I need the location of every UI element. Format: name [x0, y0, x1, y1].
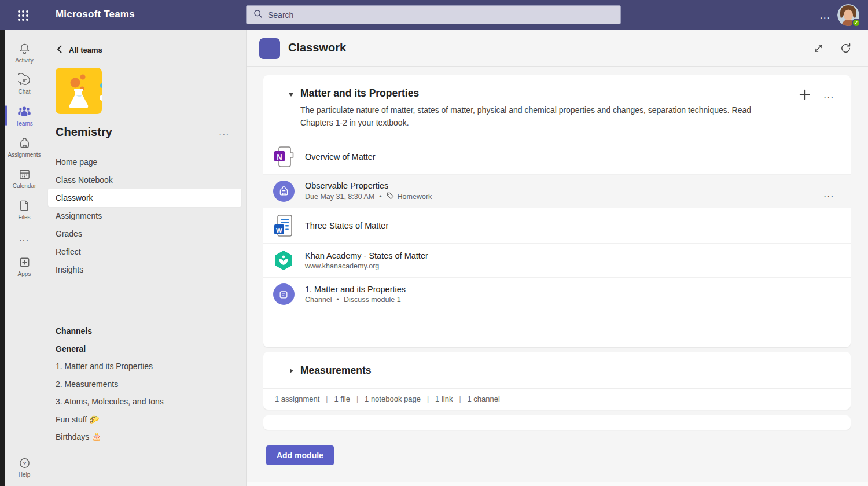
- presence-available-badge: ✓: [852, 19, 860, 27]
- menu-item-reflect[interactable]: Reflect: [48, 242, 241, 260]
- menu-item-grades[interactable]: Grades: [48, 224, 241, 242]
- rail-item-label: Chat: [18, 89, 30, 95]
- rail-item-calendar[interactable]: Calendar: [5, 163, 43, 194]
- menu-item-insights[interactable]: Insights: [48, 260, 241, 278]
- expand-icon[interactable]: [812, 42, 825, 57]
- menu-item-home-page[interactable]: Home page: [48, 153, 241, 171]
- stat-files: 1 file: [319, 395, 350, 403]
- classwork-item-overview-of-matter[interactable]: N Overview of Matter: [263, 139, 851, 174]
- collapse-caret-icon[interactable]: [289, 93, 293, 97]
- item-title: Three States of Matter: [305, 221, 388, 230]
- channel-fun-stuff[interactable]: Fun stuff 🌮: [43, 411, 246, 429]
- rail-item-activity[interactable]: Activity: [5, 37, 43, 68]
- sidebar-divider: [56, 285, 234, 285]
- classwork-header: Classwork: [247, 30, 868, 67]
- classwork-content: Matter and its Properties The particulat…: [247, 67, 868, 486]
- module-title[interactable]: Matter and its Properties: [300, 87, 419, 99]
- stat-assignments: 1 assignment: [275, 395, 319, 403]
- window-edge-strip: [0, 30, 5, 486]
- rail-item-label: Calendar: [13, 183, 36, 189]
- item-tag-label: Homework: [398, 193, 432, 201]
- item-link-url: www.khanacademy.org: [305, 262, 379, 270]
- channel-general[interactable]: General: [43, 340, 246, 358]
- rail-item-assignments[interactable]: Assignments: [5, 131, 43, 163]
- rail-item-help[interactable]: ? Help: [5, 451, 43, 483]
- stat-channels: 1 channel: [453, 395, 500, 403]
- rail-more-icon[interactable]: ...: [19, 225, 30, 251]
- svg-text:N: N: [277, 153, 282, 161]
- search-icon: [253, 9, 263, 21]
- help-icon: ?: [18, 456, 31, 470]
- main-panel: Classwork Matter and its Properties The …: [247, 30, 868, 486]
- team-name: Chemistry: [56, 126, 112, 139]
- add-module-button[interactable]: Add module: [266, 446, 334, 465]
- classwork-tab-icon: [259, 38, 280, 59]
- team-sidebar: All teams Chemistry ... Home page Class …: [43, 30, 247, 486]
- menu-item-class-notebook[interactable]: Class Notebook: [48, 171, 241, 189]
- app-launcher-waffle-icon[interactable]: [17, 9, 30, 22]
- classwork-item-three-states-of-matter[interactable]: W Three States of Matter: [263, 208, 851, 243]
- item-type-label: Channel: [305, 296, 332, 304]
- active-rail-indicator: [5, 105, 7, 126]
- app-title: Microsoft Teams: [56, 9, 135, 20]
- classwork-item-khan-academy-link[interactable]: Khan Academy - States of Matter www.khan…: [263, 243, 851, 277]
- item-due-date: Due May 31, 8:30 AM: [305, 193, 374, 201]
- item-channel-description: Discuss module 1: [344, 296, 401, 304]
- rail-item-chat[interactable]: Chat: [5, 68, 43, 100]
- item-more-icon[interactable]: ...: [823, 189, 834, 198]
- channel-atoms-molecules-ions[interactable]: 3. Atoms, Molecules, and Ions: [43, 393, 246, 411]
- rail-item-label: Files: [18, 214, 30, 220]
- rail-item-teams[interactable]: Teams: [5, 100, 43, 131]
- empty-module-strip: [263, 415, 851, 430]
- word-document-icon: W: [272, 214, 295, 237]
- item-title: Overview of Matter: [305, 152, 376, 161]
- bullet-separator: [336, 296, 340, 304]
- channels-section: Channels General 1. Matter and its Prope…: [43, 322, 246, 446]
- menu-item-classwork[interactable]: Classwork: [48, 189, 241, 207]
- channel-matter-properties[interactable]: 1. Matter and its Properties: [43, 358, 246, 375]
- back-all-teams[interactable]: All teams: [56, 45, 102, 55]
- svg-text:W: W: [276, 227, 282, 234]
- channel-birthdays[interactable]: Birthdays 🎂: [43, 428, 246, 446]
- module-title[interactable]: Measurements: [300, 365, 372, 376]
- file-icon: [18, 199, 31, 212]
- team-more-icon[interactable]: ...: [219, 127, 230, 137]
- classwork-item-observable-properties[interactable]: Observable Properties Due May 31, 8:30 A…: [263, 174, 851, 208]
- module-card-matter: Matter and its Properties The particulat…: [263, 75, 851, 347]
- module-more-icon[interactable]: ...: [823, 90, 834, 100]
- add-item-plus-icon[interactable]: [799, 89, 810, 102]
- svg-text:?: ?: [23, 460, 26, 466]
- top-bar: Microsoft Teams Search ... ✓: [0, 0, 868, 30]
- chevron-left-icon: [56, 45, 62, 55]
- refresh-icon[interactable]: [840, 42, 852, 57]
- chat-bubble-icon: [18, 73, 31, 87]
- rail-item-label: Apps: [18, 271, 31, 277]
- user-avatar[interactable]: ✓: [837, 4, 859, 26]
- module-description: The particulate nature of matter, states…: [300, 104, 764, 129]
- module-header: Matter and its Properties The particulat…: [263, 75, 851, 139]
- channel-icon: [272, 284, 295, 305]
- module-card-measurements: Measurements 1 assignment 1 file 1 noteb…: [263, 352, 851, 410]
- search-placeholder: Search: [268, 10, 293, 20]
- team-avatar-chemistry[interactable]: [56, 68, 102, 114]
- menu-item-assignments[interactable]: Assignments: [48, 207, 241, 224]
- rail-item-label: Teams: [16, 120, 32, 127]
- classwork-item-channel-matter[interactable]: 1. Matter and its Properties Channel Dis…: [263, 277, 851, 311]
- rail-item-apps[interactable]: Apps: [5, 251, 43, 282]
- teams-people-icon: [17, 105, 31, 119]
- page-title: Classwork: [288, 41, 346, 54]
- topbar-more-icon[interactable]: ...: [820, 10, 831, 21]
- item-title: Khan Academy - States of Matter: [305, 251, 428, 260]
- rail-item-files[interactable]: Files: [5, 194, 43, 225]
- search-input[interactable]: Search: [246, 5, 621, 24]
- assignment-backpack-icon: [272, 181, 295, 202]
- rail-item-label: Assignments: [8, 152, 41, 158]
- expand-caret-icon[interactable]: [290, 369, 293, 373]
- stat-links: 1 link: [421, 395, 453, 403]
- channel-measurements[interactable]: 2. Measurements: [43, 375, 246, 393]
- channels-heading: Channels: [43, 322, 246, 340]
- back-label: All teams: [69, 46, 102, 54]
- item-title: 1. Matter and its Properties: [305, 285, 406, 294]
- calendar-icon: [18, 168, 31, 181]
- module-summary-stats: 1 assignment 1 file 1 notebook page 1 li…: [263, 389, 851, 410]
